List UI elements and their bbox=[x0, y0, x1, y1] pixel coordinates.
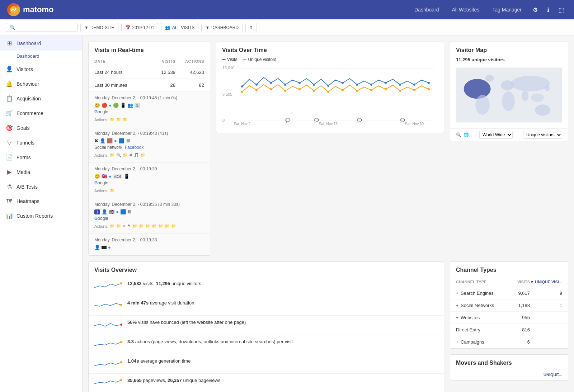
table-row: + Campaigns 6 bbox=[450, 336, 568, 348]
sidebar-item-forms[interactable]: 📄 Forms bbox=[0, 150, 82, 165]
search-input[interactable] bbox=[18, 25, 74, 30]
expand-icon[interactable]: + bbox=[456, 303, 458, 308]
table-row: Last 24 hours 12,539 42,620 bbox=[89, 66, 210, 79]
sidebar-item-dashboard[interactable]: ⊞ Dashboard bbox=[0, 36, 82, 51]
info-icon[interactable]: ℹ bbox=[542, 4, 554, 15]
overview-stat-6: 35,665 pageviews, 26,357 unique pageview… bbox=[127, 377, 221, 384]
abtests-icon: ⚗ bbox=[6, 183, 13, 190]
search-icon: 🔍 bbox=[116, 153, 121, 157]
logo[interactable]: matomo bbox=[7, 3, 54, 16]
sidebar-item-ecommerce[interactable]: 🛒 Ecommerce bbox=[0, 106, 82, 121]
legend-visits: Visits bbox=[222, 57, 237, 62]
count-badge: 3 bbox=[135, 103, 140, 108]
sidebar-item-heatmaps[interactable]: 🗺 Heatmaps bbox=[0, 194, 82, 208]
os-label: iOS bbox=[113, 174, 122, 179]
map-region-select[interactable]: World-Wide bbox=[479, 131, 513, 139]
sidebar-item-visitors[interactable]: 👤 Visitors bbox=[0, 62, 82, 76]
folder-icon: 📁 bbox=[123, 153, 128, 157]
channel-visits-5: 6 bbox=[505, 339, 530, 345]
expand-icon[interactable]: + bbox=[456, 291, 458, 296]
svg-point-53 bbox=[120, 282, 122, 284]
list-item: 56% visits have bounced (left the websit… bbox=[89, 316, 444, 335]
sidebar-item-behaviour[interactable]: 🔔 Behaviour bbox=[0, 76, 82, 91]
folder-icon: 📁 bbox=[152, 224, 157, 228]
sidebar-label-behaviour: Behaviour bbox=[17, 81, 39, 87]
site-selector-button[interactable]: ▼ DEMO-SITE bbox=[80, 23, 118, 32]
folder-icon: 📁 bbox=[116, 224, 121, 228]
overview-stat-5: 1.04s average generation time bbox=[127, 358, 190, 364]
map-unique-label: 11,295 unique visitors bbox=[456, 57, 562, 62]
nav-dashboard[interactable]: Dashboard bbox=[409, 4, 444, 15]
sidebar-label-custom-reports: Custom Reports bbox=[17, 213, 53, 219]
sidebar-label-funnels: Funnels bbox=[17, 140, 34, 146]
sidebar-item-abtests[interactable]: ⚗ A/B Tests bbox=[0, 179, 82, 194]
visit-actions-1: Actions: 📁 📁 📁 bbox=[94, 116, 204, 123]
forms-icon: 📄 bbox=[6, 154, 13, 161]
svg-text:13,010: 13,010 bbox=[222, 66, 235, 70]
svg-text:💬: 💬 bbox=[357, 118, 362, 123]
svg-point-20 bbox=[428, 82, 430, 84]
globe-icon[interactable]: 🌐 bbox=[464, 132, 469, 137]
svg-point-12 bbox=[313, 84, 315, 86]
folder-icon: 📁 bbox=[116, 117, 121, 122]
table-row: + Social Networks 1,188 1 bbox=[450, 299, 568, 312]
sidebar-item-goals[interactable]: 🎯 Goals bbox=[0, 121, 82, 135]
date-selector-label: 2019-12-01 bbox=[132, 25, 154, 30]
sidebar-label-forms: Forms bbox=[17, 155, 31, 160]
overview-title: Visits Overview bbox=[89, 262, 444, 277]
overview-stat-1: 12,582 visits, 11,295 unique visitors bbox=[127, 280, 201, 287]
map-svg-container bbox=[456, 65, 562, 126]
device-icon: 📱 bbox=[124, 174, 130, 179]
settings-icon[interactable]: ⚙ bbox=[530, 4, 541, 15]
unique-legend-dot bbox=[243, 59, 246, 60]
facebook-link[interactable]: Facebook bbox=[125, 145, 144, 150]
sparkline-3 bbox=[94, 319, 123, 331]
view-selector-label: DASHBOARD bbox=[211, 25, 239, 30]
sparkline-1 bbox=[94, 280, 123, 292]
sidebar-item-custom-reports[interactable]: 📊 Custom Reports bbox=[0, 208, 82, 223]
device-icon: 🖥 bbox=[127, 209, 132, 214]
logout-icon[interactable]: ⬚ bbox=[555, 4, 567, 15]
rt-actions-2: 82 bbox=[175, 82, 204, 88]
realtime-title: Visits in Real-time bbox=[89, 42, 210, 57]
sidebar-item-acquisition[interactable]: 📋 Acquisition bbox=[0, 91, 82, 106]
channel-visits-3: 955 bbox=[505, 315, 530, 320]
segment-icon: 👥 bbox=[165, 25, 170, 30]
date-selector-button[interactable]: 📅 2019-12-01 bbox=[121, 23, 158, 32]
movers-widget: Movers and Shakers UNIQUE... bbox=[450, 354, 568, 381]
nav-all-websites[interactable]: All Websites bbox=[447, 4, 485, 15]
svg-point-43 bbox=[464, 79, 491, 99]
expand-icon[interactable]: + bbox=[456, 340, 458, 345]
svg-point-54 bbox=[120, 304, 122, 306]
collapse-icon: ⇑ bbox=[249, 25, 253, 30]
visit-referrer-3: Google bbox=[94, 180, 204, 185]
media-icon: ▶ bbox=[6, 169, 13, 175]
segment-selector-label: ALL VISITS bbox=[172, 25, 194, 30]
list-item: 3.3 actions (page views, downloads, outl… bbox=[89, 335, 444, 354]
acquisition-icon: 📋 bbox=[6, 95, 13, 102]
visit-time-5: Monday, December 2, - 00:19:33 bbox=[94, 237, 204, 242]
search-box[interactable]: 🔍 bbox=[6, 23, 77, 32]
collapse-button[interactable]: ⇑ bbox=[245, 23, 257, 32]
sidebar-item-media[interactable]: ▶ Media bbox=[0, 165, 82, 179]
svg-point-27 bbox=[327, 91, 329, 93]
browser-icon: ● bbox=[109, 103, 112, 108]
svg-point-47 bbox=[502, 91, 515, 111]
rt-actions-1: 42,620 bbox=[175, 70, 204, 75]
view-selector-button[interactable]: ▼ DASHBOARD bbox=[201, 23, 243, 32]
sidebar-label-media: Media bbox=[17, 169, 30, 175]
sidebar-label-ecommerce: Ecommerce bbox=[17, 110, 43, 116]
os-icon: 🟦 bbox=[118, 138, 124, 143]
svg-text:Sat, Nov 30: Sat, Nov 30 bbox=[405, 122, 424, 126]
expand-icon[interactable]: + bbox=[456, 315, 458, 320]
map-metric-select[interactable]: Unique visitors bbox=[523, 131, 562, 139]
nav-tag-manager[interactable]: Tag Manager bbox=[487, 4, 527, 15]
zoom-icon[interactable]: 🔍 bbox=[456, 132, 461, 137]
logo-text: matomo bbox=[23, 5, 54, 14]
list-item: 1.04s average generation time bbox=[89, 354, 444, 374]
segment-selector-button[interactable]: 👥 ALL VISITS bbox=[161, 23, 198, 32]
sidebar-item-funnels[interactable]: ▽ Funnels bbox=[0, 135, 82, 150]
sidebar-subitem-dashboard[interactable]: Dashboard bbox=[0, 51, 82, 62]
list-item: 35,665 pageviews, 26,357 unique pageview… bbox=[89, 374, 444, 392]
chart-area: 13,010 6,505 0 bbox=[216, 65, 444, 133]
